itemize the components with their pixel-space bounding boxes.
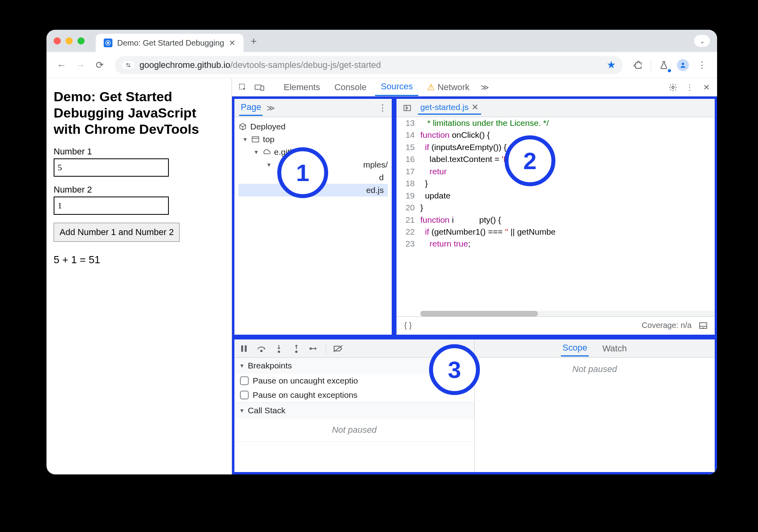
disclosure-icon: ▼ bbox=[242, 136, 248, 143]
scope-tabbar: Scope Watch bbox=[475, 339, 715, 358]
result-text: 5 + 1 = 51 bbox=[54, 254, 224, 266]
svg-point-23 bbox=[296, 351, 297, 353]
tab-elements[interactable]: Elements bbox=[278, 79, 326, 96]
svg-rect-11 bbox=[252, 137, 259, 142]
pause-button[interactable] bbox=[238, 343, 249, 354]
disclosure-icon: ▼ bbox=[253, 149, 259, 155]
page-heading: Demo: Get Started Debugging JavaScript w… bbox=[54, 89, 224, 137]
editor-tabbar: get-started.js ✕ bbox=[396, 99, 715, 117]
num1-label: Number 1 bbox=[54, 146, 224, 157]
tab-network[interactable]: Network bbox=[422, 79, 475, 96]
svg-point-1 bbox=[107, 42, 109, 44]
svg-point-6 bbox=[682, 63, 684, 65]
num2-label: Number 2 bbox=[54, 185, 224, 195]
chrome-menu-icon[interactable]: ⋮ bbox=[694, 57, 710, 73]
svg-point-19 bbox=[261, 350, 262, 352]
back-button[interactable]: ← bbox=[54, 57, 70, 73]
reload-button[interactable]: ⟳ bbox=[92, 57, 108, 73]
coverage-label: Coverage: n/a bbox=[642, 321, 692, 330]
profile-button[interactable] bbox=[675, 57, 691, 73]
tab-sources[interactable]: Sources bbox=[375, 78, 418, 96]
scope-tab[interactable]: Scope bbox=[561, 340, 589, 357]
device-toggle-icon[interactable] bbox=[253, 81, 266, 94]
inspect-icon[interactable] bbox=[236, 81, 249, 94]
navigator-tabbar: Page ≫ ⋮ bbox=[234, 99, 392, 117]
forward-button[interactable]: → bbox=[73, 57, 89, 73]
num2-input[interactable] bbox=[54, 197, 169, 215]
num1-input[interactable] bbox=[54, 158, 169, 177]
editor-tab[interactable]: get-started.js ✕ bbox=[418, 101, 481, 115]
devtools-panel: Elements Console Sources Network ≫ ⋮ ✕ P… bbox=[232, 78, 717, 474]
settings-gear-icon[interactable] bbox=[666, 81, 680, 94]
browser-toolbar: ← → ⟳ googlechrome.github.io/devtools-sa… bbox=[46, 52, 717, 78]
maximize-window-button[interactable] bbox=[77, 37, 85, 44]
step-into-icon[interactable] bbox=[273, 343, 284, 354]
browser-tab[interactable]: Demo: Get Started Debugging ✕ bbox=[96, 34, 244, 52]
svg-rect-9 bbox=[261, 86, 264, 90]
address-bar[interactable]: googlechrome.github.io/devtools-samples/… bbox=[115, 56, 623, 74]
svg-rect-8 bbox=[255, 85, 261, 89]
cube-icon bbox=[238, 122, 247, 131]
editor-filename: get-started.js bbox=[420, 102, 468, 112]
new-tab-button[interactable]: + bbox=[251, 35, 257, 47]
show-coverage-icon[interactable] bbox=[696, 319, 710, 332]
navigator-more-icon[interactable]: ≫ bbox=[267, 103, 275, 113]
window-icon bbox=[251, 135, 260, 144]
site-settings-icon[interactable] bbox=[122, 61, 135, 69]
annotation-2: 2 bbox=[505, 135, 555, 186]
deactivate-breakpoints-icon[interactable] bbox=[333, 343, 344, 354]
callstack-header[interactable]: ▼Call Stack bbox=[234, 403, 474, 418]
close-window-button[interactable] bbox=[54, 37, 61, 44]
annotation-3: 3 bbox=[429, 344, 480, 395]
code-editor[interactable]: 13 * limitations under the License. */14… bbox=[396, 117, 715, 316]
content-area: Demo: Get Started Debugging JavaScript w… bbox=[46, 78, 717, 474]
step-over-icon[interactable] bbox=[256, 343, 267, 354]
watch-tab[interactable]: Watch bbox=[601, 341, 628, 356]
labs-icon[interactable] bbox=[656, 57, 672, 73]
toggle-navigator-icon[interactable] bbox=[400, 101, 414, 115]
minimize-window-button[interactable] bbox=[66, 37, 73, 44]
toolbar-separator bbox=[651, 59, 651, 71]
devtools-menu-icon[interactable]: ⋮ bbox=[683, 81, 696, 94]
step-icon[interactable] bbox=[308, 343, 319, 354]
navigator-overflow-icon[interactable]: ⋮ bbox=[378, 103, 387, 113]
titlebar: Demo: Get Started Debugging ✕ + ⌄ bbox=[46, 30, 717, 52]
tab-favicon bbox=[104, 39, 112, 47]
horizontal-scrollbar[interactable] bbox=[420, 311, 715, 316]
debugger-pane: ▼Breakpoints Pause on uncaught exceptio … bbox=[232, 337, 717, 474]
svg-rect-15 bbox=[700, 322, 707, 328]
annotation-1: 1 bbox=[277, 147, 328, 198]
step-out-icon[interactable] bbox=[291, 343, 302, 354]
tab-console[interactable]: Console bbox=[329, 79, 372, 96]
more-tabs-icon[interactable]: ≫ bbox=[478, 81, 492, 94]
add-button[interactable]: Add Number 1 and Number 2 bbox=[54, 223, 180, 242]
tree-top[interactable]: ▼ top bbox=[238, 133, 388, 146]
url-text: googlechrome.github.io/devtools-samples/… bbox=[139, 60, 602, 70]
svg-rect-17 bbox=[241, 345, 243, 352]
navigator-tab-page[interactable]: Page bbox=[239, 100, 263, 116]
close-devtools-icon[interactable]: ✕ bbox=[700, 81, 713, 94]
svg-rect-18 bbox=[245, 345, 247, 352]
tree-deployed[interactable]: Deployed bbox=[238, 120, 388, 133]
devtools-body: Page ≫ ⋮ Deployed ▼ top bbox=[232, 96, 717, 474]
tab-title: Demo: Get Started Debugging bbox=[117, 39, 224, 48]
pretty-print-icon[interactable]: { } bbox=[401, 319, 415, 332]
scope-not-paused: Not paused bbox=[475, 358, 715, 381]
traffic-lights bbox=[54, 37, 85, 44]
extensions-icon[interactable] bbox=[630, 57, 646, 73]
browser-window: Demo: Get Started Debugging ✕ + ⌄ ← → ⟳ … bbox=[46, 30, 717, 474]
svg-point-21 bbox=[278, 351, 280, 353]
navigator-pane: Page ≫ ⋮ Deployed ▼ top bbox=[232, 96, 394, 337]
bookmark-star-icon[interactable]: ★ bbox=[607, 59, 616, 71]
callstack-section: ▼Call Stack Not paused bbox=[234, 403, 474, 442]
debugger-right: Scope Watch Not paused bbox=[475, 339, 715, 472]
pause-caught-checkbox[interactable]: Pause on caught exceptions bbox=[234, 388, 474, 402]
close-tab-icon[interactable]: ✕ bbox=[229, 38, 236, 48]
svg-point-10 bbox=[672, 86, 674, 89]
editor-pane: get-started.js ✕ 13 * limitations under … bbox=[394, 96, 717, 337]
close-file-icon[interactable]: ✕ bbox=[472, 102, 479, 112]
editor-footer: { } Coverage: n/a bbox=[396, 316, 715, 334]
svg-point-25 bbox=[310, 348, 311, 349]
cloud-icon bbox=[262, 148, 271, 156]
window-dropdown-icon[interactable]: ⌄ bbox=[694, 35, 710, 47]
